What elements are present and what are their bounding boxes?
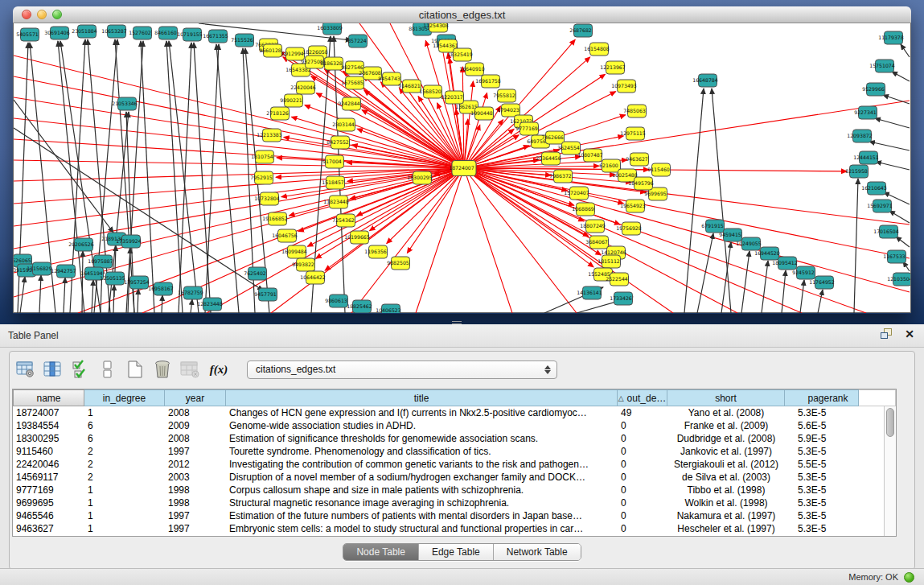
graph-node-label: 5405571: [16, 31, 39, 37]
graph-node-label: 16648784: [692, 77, 718, 83]
table-cell: 5.5E-5: [785, 458, 859, 471]
table-cell: de Silva et al. (2003): [667, 471, 785, 484]
graph-node-label: 12093872: [847, 133, 873, 138]
graph-node-label: 9463627: [626, 156, 648, 162]
table-row[interactable]: 2242004622012Investigating the contribut…: [13, 458, 884, 471]
column-header-pagerank[interactable]: pagerank: [785, 389, 859, 406]
delete-table-icon-disabled: [179, 359, 200, 380]
graph-node-label: 19166852: [262, 216, 288, 221]
table-cell: 9115460: [13, 445, 84, 458]
tab-network-table[interactable]: Network Table: [493, 544, 581, 560]
header-filler: [859, 389, 896, 406]
split-divider-grip[interactable]: [452, 319, 462, 325]
select-rows-icon[interactable]: [70, 359, 91, 380]
table-row[interactable]: 946554611997Estimation of the future num…: [13, 509, 884, 522]
graph-node-label: 10199665: [344, 234, 370, 240]
table-row[interactable]: 911546021997Tourette syndrome. Phenomeno…: [13, 445, 884, 458]
table-settings-icon[interactable]: [15, 359, 36, 380]
column-pair-icon[interactable]: [97, 359, 118, 380]
column-header-in-degree[interactable]: in_degree: [84, 389, 165, 406]
graph-node-label: 10653287: [101, 28, 127, 34]
table-cell: 0: [618, 432, 667, 445]
table-row[interactable]: 1830029562008Estimation of significance …: [13, 432, 884, 445]
graph-node-label: 11764952: [809, 279, 835, 285]
tab-node-table[interactable]: Node Table: [343, 544, 418, 560]
window-title: citations_edges.txt: [13, 6, 911, 23]
table-row[interactable]: 977716911998Corpus callosum shape and si…: [13, 484, 884, 496]
graph-node-label: 19756928: [616, 225, 642, 231]
table-cell: Tibbo et al. (1998): [667, 484, 785, 496]
table-row[interactable]: 1872400712008Changes of HCN gene express…: [13, 406, 884, 419]
graph-node-label: 2718126: [266, 110, 289, 116]
graph-node-label: 16033809: [317, 25, 343, 31]
table-row[interactable]: 946362711997Embryonic stem cells: a mode…: [13, 522, 884, 535]
status-bar: Memory: OK: [0, 568, 924, 585]
graph-edge-black: [92, 280, 93, 313]
function-builder-icon[interactable]: f(x): [207, 359, 231, 380]
graph-edge-black: [869, 142, 910, 150]
graph-node-label: 18724007: [449, 165, 474, 171]
table-panel: Table Panel ✕: [0, 324, 924, 585]
graph-node-label: 9890221: [280, 97, 302, 103]
table-selector-dropdown[interactable]: citations_edges.txt: [247, 360, 557, 379]
graph-edge-black: [205, 44, 219, 313]
table-cell: Jankovic et al. (1997): [667, 445, 785, 458]
graph-node-label: 17359924: [116, 238, 142, 244]
table-cell: 18300295: [13, 432, 84, 445]
graph-node-label: 10975887: [88, 258, 113, 264]
graph-node-label: 6791915: [701, 223, 724, 229]
graph-node-label: 2522544: [606, 276, 628, 282]
new-document-icon[interactable]: [125, 359, 146, 380]
graph-node-label: 8186328: [320, 60, 343, 66]
network-window-titlebar[interactable]: citations_edges.txt: [13, 6, 911, 23]
graph-node-label: 16154808: [584, 46, 610, 51]
show-column-icon[interactable]: [43, 359, 64, 380]
graph-edge-red: [462, 67, 464, 168]
delete-icon[interactable]: [152, 359, 173, 380]
scrollbar-thumb[interactable]: [886, 408, 894, 437]
graph-node-label: 1527602: [129, 30, 151, 35]
graph-node-label: 8427552: [326, 139, 349, 145]
table-browser: f(x) citations_edges.txt name in_degree …: [9, 351, 915, 570]
graph-node-label: 10025488: [612, 172, 638, 178]
graph-node-label: 10807487: [577, 152, 603, 158]
graph-node-label: 18807249: [580, 223, 606, 229]
graph-node-label: 17957254: [124, 279, 150, 285]
table-cell: 2008: [165, 432, 226, 445]
table-row[interactable]: 1456911722003Disruption of a novel membe…: [13, 471, 884, 484]
column-header-title[interactable]: title: [226, 389, 618, 406]
column-header-short[interactable]: short: [667, 389, 785, 406]
network-canvas[interactable]: 5405571306914062305188410653287152760284…: [13, 23, 911, 313]
table-cell: 5.3E-5: [785, 471, 859, 484]
table-row[interactable]: 1938455462009Genome-wide association stu…: [13, 419, 884, 432]
column-header-name[interactable]: name: [13, 389, 84, 406]
column-header-year[interactable]: year: [165, 389, 226, 406]
graph-node-label: 10732804: [254, 196, 280, 201]
table-cell: 5.3E-5: [785, 496, 859, 509]
close-panel-icon[interactable]: ✕: [905, 328, 914, 340]
memory-status-label: Memory: OK: [848, 572, 898, 582]
graph-node-label: 16671355: [203, 33, 228, 39]
graph-edge-black: [697, 233, 713, 313]
column-header-out-degree[interactable]: △out_de…: [618, 389, 667, 406]
memory-status-indicator[interactable]: [904, 572, 914, 583]
table-cell: Hescheler et al. (1997): [667, 522, 785, 535]
graph-edge-black: [138, 289, 138, 313]
graph-edge-black: [875, 118, 910, 128]
table-cell: 2: [84, 471, 165, 484]
tab-edge-table[interactable]: Edge Table: [418, 544, 493, 560]
table-header-row: name in_degree year title △out_de… short…: [13, 389, 896, 406]
graph-node-label: 1675685: [341, 80, 363, 85]
graph-node-label: 8220317: [441, 94, 463, 100]
float-panel-icon[interactable]: [881, 328, 893, 340]
graph-node-label: 2687682: [569, 27, 592, 33]
table-cell: 0: [618, 496, 667, 509]
graph-edge-black: [162, 295, 162, 313]
table-type-tabs: Node Table Edge Table Network Table: [10, 543, 914, 561]
table-cell: 1: [84, 484, 165, 496]
table-row[interactable]: 969969511998Structural magnetic resonanc…: [13, 496, 884, 509]
table-vertical-scrollbar[interactable]: [884, 406, 896, 536]
graph-edge-black: [191, 299, 192, 313]
table-cell: 1998: [165, 484, 226, 496]
graph-node-label: 7485063: [623, 108, 646, 113]
